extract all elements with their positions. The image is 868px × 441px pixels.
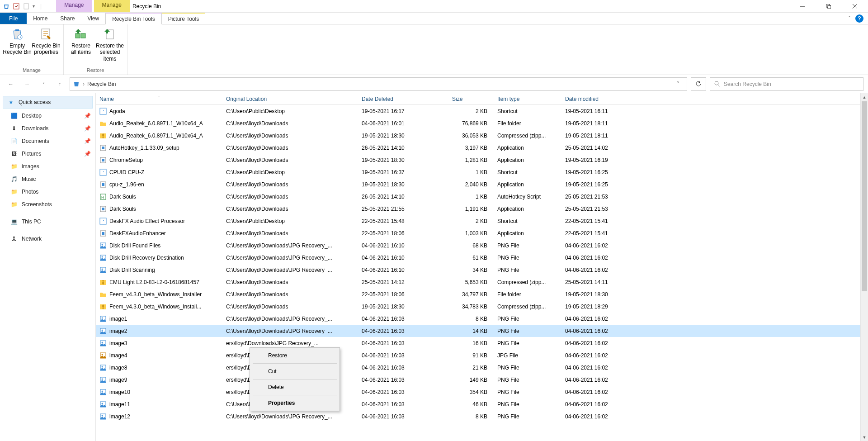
table-row[interactable]: Disk Drill Found FilesC:\Users\lloyd\Dow… — [96, 239, 860, 251]
cell-item-type: PNG File — [494, 413, 561, 420]
breadcrumb-item[interactable]: Recycle Bin — [87, 81, 116, 87]
cell-name: Dark Souls — [109, 194, 136, 200]
table-row[interactable]: image10ers\lloyd\Downloads\JPG Recovery_… — [96, 386, 860, 398]
table-row[interactable]: image4ers\lloyd\Downloads\JPG Recovery_.… — [96, 349, 860, 361]
nav-this-pc[interactable]: 💻This PC — [0, 215, 95, 228]
svg-point-30 — [102, 268, 103, 270]
table-row[interactable]: image9ers\lloyd\Downloads\JPG Recovery_.… — [96, 374, 860, 386]
table-row[interactable]: ChromeSetupC:\Users\lloyd\Downloads19-05… — [96, 154, 860, 166]
table-row[interactable]: image2C:\Users\lloyd\Downloads\JPG Recov… — [96, 325, 860, 337]
file-list[interactable]: ˄Name Original Location Date Deleted Siz… — [96, 93, 860, 441]
nav-network[interactable]: 🖧Network — [0, 232, 95, 245]
nav-item-downloads[interactable]: ⬇Downloads📌 — [0, 122, 95, 135]
nav-item-photos[interactable]: 📁Photos — [0, 185, 95, 198]
qat-dropdown[interactable]: ▾ — [33, 4, 35, 9]
qat-blank-icon[interactable] — [23, 3, 30, 10]
address-history-dropdown[interactable]: ˅ — [672, 81, 684, 87]
cell-date-deleted: 04-06-2021 16:03 — [358, 413, 448, 420]
refresh-button[interactable] — [691, 77, 706, 91]
tab-share[interactable]: Share — [54, 13, 81, 24]
nav-quick-access[interactable]: ★Quick access — [3, 96, 93, 109]
tab-picture-tools[interactable]: Picture Tools — [162, 13, 205, 24]
cell-date-modified: 04-06-2021 16:02 — [561, 255, 643, 261]
nav-item-desktop[interactable]: 🟦Desktop📌 — [0, 109, 95, 122]
table-row[interactable]: Audio_Realtek_6.0.8971.1_W10x64_AC:\User… — [96, 117, 860, 129]
nav-recent-dropdown[interactable]: ˅ — [37, 78, 50, 90]
cell-name: Disk Drill Recovery Destination — [109, 255, 184, 261]
cell-name: Audio_Realtek_6.0.8971.1_W10x64_A — [109, 133, 203, 139]
restore-all-button[interactable]: Restoreall items — [66, 26, 95, 66]
tab-home[interactable]: Home — [27, 13, 54, 24]
empty-recycle-bin-button[interactable]: EmptyRecycle Bin — [3, 26, 32, 66]
table-row[interactable]: Disk Drill Recovery DestinationC:\Users\… — [96, 251, 860, 264]
tab-file[interactable]: File — [0, 13, 27, 24]
scroll-down-arrow[interactable]: ▼ — [861, 433, 868, 441]
ctx-tab-recycle[interactable]: Manage — [56, 0, 92, 12]
nav-item-screenshots[interactable]: 📁Screenshots — [0, 198, 95, 211]
cell-date-deleted: 19-05-2021 16:17 — [358, 108, 448, 114]
table-row[interactable]: image11C:\Users\lloyd\Downloads\JPG Reco… — [96, 398, 860, 410]
minimize-button[interactable] — [789, 0, 816, 12]
ctx-tab-picture[interactable]: Manage — [94, 0, 130, 12]
qat-properties-icon[interactable] — [13, 3, 20, 10]
table-row[interactable]: Feem_v4.3.0_beta_Windows_InstallerC:\Use… — [96, 288, 860, 300]
nav-back-button[interactable]: ← — [5, 78, 17, 90]
table-row[interactable]: image1C:\Users\lloyd\Downloads\JPG Recov… — [96, 313, 860, 325]
cell-date-modified: 04-06-2021 16:02 — [561, 267, 643, 273]
scroll-thumb[interactable] — [862, 101, 867, 291]
table-row[interactable]: cpu-z_1.96-enC:\Users\lloyd\Downloads19-… — [96, 178, 860, 190]
cell-original-location: C:\Users\lloyd\Downloads\JPG Recovery_..… — [222, 255, 358, 261]
restore-selected-button[interactable]: Restore theselected items — [95, 26, 124, 66]
maximize-button[interactable] — [816, 0, 842, 12]
nav-item-documents[interactable]: 📄Documents📌 — [0, 135, 95, 147]
pin-icon: 📌 — [84, 151, 91, 157]
table-row[interactable]: image8ers\lloyd\Downloads\JPG Recovery_.… — [96, 361, 860, 374]
table-row[interactable]: EMU Light L2.0-83-L2-0-1618681457C:\User… — [96, 276, 860, 288]
table-row[interactable]: AgodaC:\Users\Public\Desktop19-05-2021 1… — [96, 105, 860, 117]
file-icon — [99, 108, 107, 115]
cell-original-location: C:\Users\lloyd\Downloads\JPG Recovery_..… — [222, 413, 358, 420]
col-item-type[interactable]: Item type — [494, 96, 561, 102]
table-row[interactable]: Feem_v4.3.0_beta_Windows_Install...C:\Us… — [96, 300, 860, 313]
tab-recycle-bin-tools[interactable]: Recycle Bin Tools — [105, 13, 162, 24]
menu-item-cut[interactable]: Cut — [251, 365, 339, 378]
table-row[interactable]: DeskFX Audio Effect ProcessorC:\Users\Pu… — [96, 215, 860, 227]
nav-item-images[interactable]: 📁images — [0, 160, 95, 173]
cell-name: Feem_v4.3.0_beta_Windows_Installer — [109, 291, 202, 298]
search-icon — [714, 81, 720, 88]
table-row[interactable]: CPUID CPU-ZC:\Users\Public\Desktop19-05-… — [96, 166, 860, 178]
table-row[interactable]: image3ers\lloyd\Downloads\JPG Recovery_.… — [96, 337, 860, 349]
context-menu: RestoreCutDeleteProperties — [250, 347, 340, 411]
menu-item-restore[interactable]: Restore — [251, 349, 339, 362]
cell-date-deleted: 22-05-2021 18:06 — [358, 291, 448, 298]
breadcrumb-chevron[interactable]: › — [83, 81, 85, 87]
table-row[interactable]: Disk Drill ScanningC:\Users\lloyd\Downlo… — [96, 264, 860, 276]
col-original-location[interactable]: Original Location — [222, 96, 358, 102]
help-icon[interactable]: ? — [855, 14, 863, 23]
nav-forward-button[interactable]: → — [21, 78, 33, 90]
menu-item-delete[interactable]: Delete — [251, 381, 339, 394]
vertical-scrollbar[interactable]: ▲ ▼ — [860, 93, 868, 441]
table-row[interactable]: AutoHotkey_1.1.33.09_setupC:\Users\lloyd… — [96, 142, 860, 154]
scroll-up-arrow[interactable]: ▲ — [861, 93, 868, 101]
close-button[interactable] — [842, 0, 868, 12]
col-date-deleted[interactable]: Date Deleted — [358, 96, 448, 102]
search-box[interactable]: Search Recycle Bin — [710, 77, 863, 91]
address-bar[interactable]: › Recycle Bin ˅ — [70, 77, 687, 91]
tab-view[interactable]: View — [81, 13, 105, 24]
cell-date-deleted: 19-05-2021 16:37 — [358, 169, 448, 175]
table-row[interactable]: Audio_Realtek_6.0.8971.1_W10x64_AC:\User… — [96, 129, 860, 142]
table-row[interactable]: DeskFXAudioEnhancerC:\Users\lloyd\Downlo… — [96, 227, 860, 239]
ribbon-collapse-icon[interactable]: ˄ — [848, 15, 851, 22]
col-size[interactable]: Size — [448, 96, 494, 102]
recycle-bin-properties-button[interactable]: Recycle Binproperties — [32, 26, 61, 66]
col-name[interactable]: ˄Name — [96, 96, 222, 102]
table-row[interactable]: Dark SoulsC:\Users\lloyd\Downloads25-05-… — [96, 203, 860, 215]
table-row[interactable]: image12C:\Users\lloyd\Downloads\JPG Reco… — [96, 410, 860, 422]
nav-item-music[interactable]: 🎵Music — [0, 173, 95, 185]
menu-item-properties[interactable]: Properties — [251, 397, 339, 409]
table-row[interactable]: HDark SoulsC:\Users\lloyd\Downloads26-05… — [96, 190, 860, 203]
nav-up-button[interactable]: ↑ — [53, 78, 66, 90]
col-date-modified[interactable]: Date modified — [561, 96, 643, 102]
nav-item-pictures[interactable]: 🖼Pictures📌 — [0, 147, 95, 160]
